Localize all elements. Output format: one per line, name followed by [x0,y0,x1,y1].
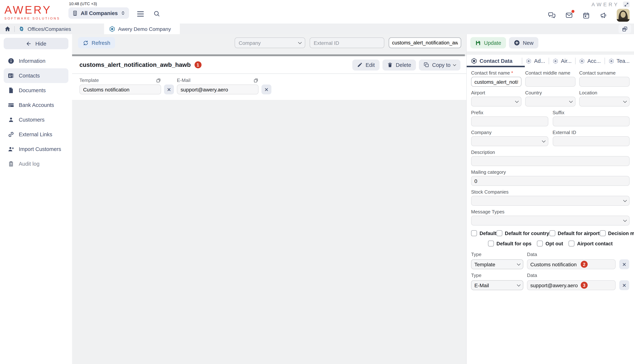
type-select[interactable]: E-Mail [471,280,523,290]
chevron-down-icon [517,283,521,286]
copy-to-button[interactable]: Copy to [419,59,461,70]
surname-input[interactable] [579,77,629,87]
country-select[interactable] [525,96,575,106]
company-select[interactable] [471,136,548,146]
checkbox-box[interactable] [600,230,605,236]
checkbox-default[interactable]: Default [471,230,496,236]
tab-bar: Offices/Companies Awery Demo Company [0,24,634,34]
copy-to-label: Copy to [432,62,451,68]
chevron-down-icon [517,262,521,266]
bank-card-icon [8,102,14,108]
checkbox-decision-maker[interactable]: Decision maker [600,230,634,236]
hide-sidebar-button[interactable]: Hide [4,38,68,49]
breadcrumb[interactable]: Offices/Companies [18,24,71,34]
hide-label: Hide [35,40,46,46]
checkbox-box[interactable] [488,240,494,246]
data-input[interactable] [527,259,616,269]
scrollbar-thumb[interactable] [72,54,465,56]
data-input[interactable] [527,280,616,290]
tab-accounts[interactable]: Acc... [579,58,601,64]
delete-button[interactable]: Delete [382,59,416,70]
sidebar-item-documents[interactable]: Documents [4,83,68,98]
clear-template-button[interactable]: ✕ [164,84,174,94]
hexagon-icon [553,58,558,64]
airport-select[interactable] [471,96,521,106]
panel-toolbar: Update New [467,34,634,52]
tab-awery-demo-company[interactable]: Awery Demo Company [104,24,180,34]
mail-icon[interactable] [565,12,573,19]
person-plus-icon [8,146,14,152]
edit-button[interactable]: Edit [352,59,379,70]
sidebar-item-bank-accounts[interactable]: Bank Accounts [4,98,68,112]
name-search-input[interactable] [389,38,461,48]
update-button[interactable]: Update [470,37,506,48]
record-card: customs_alert_notification_awb_hawb 1 Ed… [72,56,466,100]
checkbox-default-for-airport[interactable]: Default for airport [549,230,600,236]
checkbox-box[interactable] [496,230,502,236]
external-id-input[interactable] [553,136,629,146]
sidebar-item-label: Bank Accounts [19,102,54,108]
type-select[interactable]: Template [471,259,523,269]
search-icon[interactable] [153,10,160,17]
prefix-input[interactable] [471,116,548,126]
tab-label: Awery Demo Company [118,26,171,32]
checkbox-box[interactable] [549,230,555,236]
mailing-category-input[interactable] [471,176,629,186]
record-badge: 1 [194,61,201,68]
windows-icon[interactable] [618,24,631,34]
home-icon[interactable] [5,26,11,32]
divider [14,26,15,32]
panel-divider-strip [467,52,634,55]
sidebar-item-import-customers[interactable]: Import Customers [4,142,68,156]
stock-companies-select[interactable] [471,196,629,206]
tab-teams[interactable]: Tea... [608,58,629,64]
company-selector[interactable]: All Companies [68,7,129,19]
checkbox-opt-out[interactable]: Opt out [537,240,563,246]
new-button[interactable]: New [509,37,538,48]
description-input[interactable] [471,156,629,166]
suffix-input[interactable] [553,116,629,126]
checkbox-default-for-country[interactable]: Default for country [496,230,549,236]
sidebar-item-contacts[interactable]: Contacts [4,68,68,83]
remove-row-button[interactable]: ✕ [619,259,629,269]
copy-value-icon[interactable] [156,78,161,83]
chevron-down-icon [623,198,627,202]
chevron-down-icon [569,99,573,103]
sidebar-item-external-links[interactable]: External Links [4,127,68,142]
email-value-input[interactable] [177,84,259,94]
checkbox-airport-contact[interactable]: Airport contact [568,240,613,246]
checkbox-row-2: Default for ops Opt out Airport contact [471,240,629,246]
sidebar-item-information[interactable]: Information [4,54,68,68]
tab-addresses[interactable]: Ad... [526,58,545,64]
menu-icon[interactable] [137,11,144,16]
tab-airlines[interactable]: Air... [553,58,572,64]
user-avatar[interactable] [617,9,629,22]
company-filter-select[interactable]: Company [235,38,305,48]
expand-icon[interactable] [623,2,629,7]
checkbox-box[interactable] [537,240,543,246]
clear-email-button[interactable]: ✕ [262,84,271,94]
refresh-button[interactable]: Refresh [78,37,115,48]
message-types-select[interactable] [471,216,629,226]
chat-icon[interactable] [548,12,556,19]
checkbox-default-for-ops[interactable]: Default for ops [488,240,532,246]
remove-row-button[interactable]: ✕ [619,280,629,290]
type-value: Template [474,261,495,267]
checkbox-box[interactable] [471,230,477,236]
calendar-icon[interactable] [582,12,590,19]
template-value-input[interactable] [79,84,161,94]
chevron-down-icon [623,218,627,222]
copy-value-icon[interactable] [253,78,259,83]
middle-name-input[interactable] [525,77,575,87]
first-name-input[interactable] [471,77,521,87]
awery-logo[interactable]: AWERY SOFTWARE SOLUTIONS [5,4,60,20]
sidebar-item-audit-log[interactable]: ? Audit log [4,156,68,171]
external-id-filter-input[interactable] [310,38,384,48]
location-select[interactable] [579,96,629,106]
email-field: E-Mail ✕ [177,78,271,94]
megaphone-icon[interactable] [599,12,607,19]
checkbox-box[interactable] [568,240,574,246]
tab-contact-data[interactable]: Contact Data [471,58,512,64]
sidebar-item-customers[interactable]: Customers [4,112,68,127]
data-label: Data [527,272,616,278]
